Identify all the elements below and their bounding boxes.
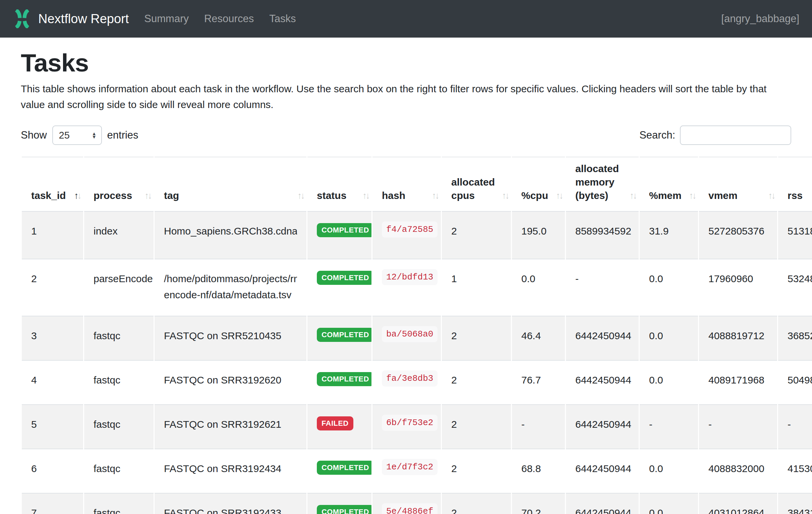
entries-select[interactable]: 25 ▲▼ — [52, 126, 102, 145]
cell-tag: FASTQC on SRR3192620 — [154, 360, 307, 404]
sort-desc-icon: ↓ — [505, 191, 509, 200]
cell-status: COMPLETED — [308, 212, 372, 259]
cell-pmem: 0.0 — [640, 493, 698, 514]
cell-task_id: 5 — [22, 404, 83, 449]
tag-text: FASTQC on SRR5210435 — [164, 328, 297, 344]
cell-allocated_cpus: 2 — [442, 404, 511, 449]
column-header-task_id[interactable]: task_id↑↓ — [22, 157, 83, 212]
column-header-process[interactable]: process↑↓ — [84, 157, 153, 212]
sort-asc-icon: ↑ — [297, 191, 301, 200]
tasks-table: task_id↑↓process↑↓tag↑↓status↑↓hash↑↓all… — [21, 157, 812, 514]
cell-rss: 41530 — [778, 449, 812, 493]
column-header-status[interactable]: status↑↓ — [308, 157, 372, 212]
cell-vmem: 4088819712 — [699, 316, 777, 360]
cell-process: fastqc — [84, 493, 153, 514]
column-header-vmem[interactable]: vmem↑↓ — [699, 157, 777, 212]
tasks-table-wrap[interactable]: task_id↑↓process↑↓tag↑↓status↑↓hash↑↓all… — [21, 157, 812, 514]
table-body: 1indexHomo_sapiens.GRCh38.cdna.all.fa.gz… — [22, 212, 812, 514]
column-header-allocated_cpus[interactable]: allocated cpus↑↓ — [442, 157, 511, 212]
nav-link-resources[interactable]: Resources — [204, 13, 254, 25]
column-label: hash — [382, 190, 405, 201]
cell-pmem: 0.0 — [640, 449, 698, 493]
cell-task_id: 3 — [22, 316, 83, 360]
table-row: 4fastqcFASTQC on SRR3192620COMPLETEDfa/3… — [22, 360, 812, 404]
column-label: rss — [787, 190, 803, 201]
cell-vmem: - — [699, 404, 777, 449]
table-row: 7fastqcFASTQC on SRR3192433COMPLETED5e/4… — [22, 493, 812, 514]
select-arrows-icon: ▲▼ — [92, 132, 96, 139]
cell-process: fastqc — [84, 449, 153, 493]
sort-desc-icon: ↓ — [366, 191, 369, 200]
cell-hash: f4/a72585 — [373, 212, 441, 259]
search-input[interactable] — [680, 126, 791, 145]
tag-text: /home/pditommaso/projects/rnaseq- — [164, 271, 297, 287]
status-badge: COMPLETED — [317, 271, 372, 285]
navbar: Nextflow Report SummaryResourcesTasks [a… — [0, 0, 812, 37]
table-row: 5fastqcFASTQC on SRR3192621FAILED6b/f753… — [22, 404, 812, 449]
cell-tag: /home/pditommaso/projects/rnaseq-encode-… — [154, 259, 307, 316]
sort-asc-icon: ↑ — [768, 191, 772, 200]
status-badge: COMPLETED — [317, 223, 372, 237]
column-label: tag — [164, 190, 179, 201]
cell-allocated_cpus: 2 — [442, 449, 511, 493]
cell-process: index — [84, 212, 153, 259]
brand-link[interactable]: Nextflow Report — [38, 12, 129, 26]
cell-task_id: 7 — [22, 493, 83, 514]
cell-pcpu: 68.8 — [512, 449, 565, 493]
column-header-rss[interactable]: rss↑↓ — [778, 157, 812, 212]
cell-process: fastqc — [84, 404, 153, 449]
sort-icons: ↑↓ — [74, 189, 81, 202]
session-id: [angry_babbage] — [721, 13, 799, 25]
sort-desc-icon: ↓ — [692, 191, 696, 200]
sort-icons: ↑↓ — [145, 189, 151, 202]
status-badge: COMPLETED — [317, 328, 372, 342]
cell-task_id: 4 — [22, 360, 83, 404]
cell-rss: 50498 — [778, 360, 812, 404]
cell-allocated_cpus: 2 — [442, 360, 511, 404]
column-header-tag[interactable]: tag↑↓ — [154, 157, 307, 212]
cell-vmem: 17960960 — [699, 259, 777, 316]
cell-pmem: 0.0 — [640, 316, 698, 360]
cell-tag: FASTQC on SRR5210435 — [154, 316, 307, 360]
cell-rss: 51318 — [778, 212, 812, 259]
cell-pmem: 0.0 — [640, 259, 698, 316]
table-row: 6fastqcFASTQC on SRR3192434COMPLETED1e/d… — [22, 449, 812, 493]
cell-vmem: 4088832000 — [699, 449, 777, 493]
sort-asc-icon: ↑ — [362, 191, 366, 200]
cell-pmem: - — [640, 404, 698, 449]
table-row: 1indexHomo_sapiens.GRCh38.cdna.all.fa.gz… — [22, 212, 812, 259]
cell-task_id: 1 — [22, 212, 83, 259]
table-row: 3fastqcFASTQC on SRR5210435COMPLETEDba/5… — [22, 316, 812, 360]
column-header-pmem[interactable]: %mem↑↓ — [640, 157, 698, 212]
cell-rss: - — [778, 404, 812, 449]
cell-allocated_memory: 6442450944 — [566, 316, 639, 360]
tag-text: FASTQC on SRR3192621 — [164, 416, 297, 432]
cell-rss: 36852 — [778, 316, 812, 360]
cell-pcpu: 195.0 — [512, 212, 565, 259]
tag-text: FASTQC on SRR3192433 — [164, 505, 297, 514]
column-label: %cpu — [521, 190, 548, 201]
hash-code: fa/3e8db3 — [382, 371, 437, 386]
cell-allocated_cpus: 1 — [442, 259, 511, 316]
page-length-control: Show 25 ▲▼ entries — [21, 126, 139, 145]
table-row: 2parseEncode/home/pditommaso/projects/rn… — [22, 259, 812, 316]
cell-allocated_cpus: 2 — [442, 212, 511, 259]
column-header-allocated_memory[interactable]: allocated memory (bytes)↑↓ — [566, 157, 639, 212]
column-header-pcpu[interactable]: %cpu↑↓ — [512, 157, 565, 212]
cell-hash: 12/bdfd13 — [373, 259, 441, 316]
cell-rss: 53248 — [778, 259, 812, 316]
cell-hash: ba/5068a0 — [373, 316, 441, 360]
cell-tag: FASTQC on SRR3192621 — [154, 404, 307, 449]
cell-allocated_cpus: 2 — [442, 316, 511, 360]
column-header-hash[interactable]: hash↑↓ — [373, 157, 441, 212]
sort-desc-icon: ↓ — [301, 191, 304, 200]
nav-link-tasks[interactable]: Tasks — [269, 13, 296, 25]
search-control: Search: — [639, 126, 791, 145]
nav-link-summary[interactable]: Summary — [144, 13, 189, 25]
cell-task_id: 2 — [22, 259, 83, 316]
sort-asc-icon: ↑ — [556, 191, 559, 200]
sort-icons: ↑↓ — [689, 189, 695, 202]
cell-process: fastqc — [84, 360, 153, 404]
sort-desc-icon: ↓ — [772, 191, 775, 200]
status-badge: COMPLETED — [317, 505, 372, 514]
